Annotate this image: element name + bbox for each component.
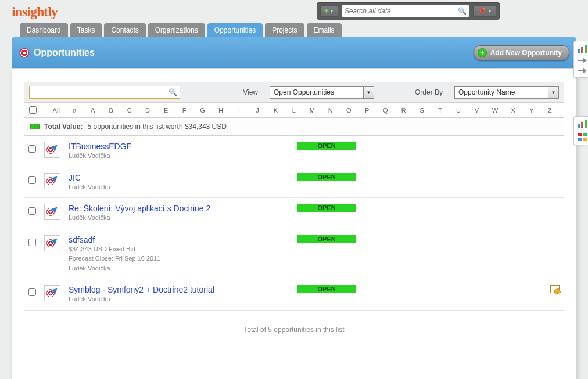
alpha-O[interactable]: O	[340, 107, 358, 114]
view-select[interactable]: Open Opportunities ▼	[270, 86, 374, 99]
row-checkbox[interactable]	[28, 288, 36, 296]
list-search-input[interactable]	[32, 88, 168, 96]
alpha-Q[interactable]: Q	[376, 107, 394, 114]
status-cell: OPEN	[297, 142, 356, 150]
main-panel: 🔍 View Open Opportunities ▼ Order By Opp…	[12, 68, 576, 379]
opportunity-title[interactable]: Re: Školení: Vývoj aplikací s Doctrine 2	[69, 204, 289, 213]
row-main: sdfsadf$34,343 USD Fixed BidForecast Clo…	[69, 235, 289, 273]
search-icon[interactable]: 🔍	[168, 88, 177, 96]
status-cell: OPEN	[297, 285, 356, 293]
opportunity-title[interactable]: JIC	[69, 173, 289, 182]
list-footer: Total of 5 opportunities in this list	[24, 311, 564, 349]
opportunity-meta: $34,343 USD Fixed Bid	[69, 244, 289, 254]
opportunity-owner: Luděk Vodička	[69, 213, 289, 223]
table-row: ITBusinessEDGELuděk VodičkaOPEN	[24, 136, 564, 167]
pin-dropdown[interactable]: 📌 ▼	[473, 5, 496, 17]
table-row: Re: Školení: Vývoj aplikací s Doctrine 2…	[24, 198, 564, 229]
status-badge: OPEN	[297, 285, 356, 293]
opportunity-title[interactable]: ITBusinessEDGE	[69, 142, 289, 151]
chevron-down-icon: ▼	[548, 87, 558, 98]
status-badge: OPEN	[297, 235, 356, 243]
opportunity-owner: Luděk Vodička	[69, 151, 289, 161]
add-new-opportunity-button[interactable]: + Add New Opportunity	[474, 45, 569, 60]
opportunity-title[interactable]: Symblog - Symfony2 + Doctrine2 tutorial	[69, 285, 289, 294]
opportunity-title[interactable]: sdfsadf	[69, 235, 289, 244]
opportunity-owner: Luděk Vodička	[69, 264, 289, 273]
alpha-U[interactable]: U	[449, 107, 467, 114]
table-row: sdfsadf$34,343 USD Fixed BidForecast Clo…	[24, 229, 564, 280]
alpha-W[interactable]: W	[486, 107, 504, 114]
view-label: View	[243, 88, 258, 96]
chevron-down-icon: ▼	[487, 9, 492, 14]
tab-dashboard[interactable]: Dashboard	[20, 23, 68, 37]
alpha-D[interactable]: D	[138, 107, 156, 114]
alpha-N[interactable]: N	[321, 107, 339, 114]
alpha-S[interactable]: S	[413, 107, 431, 114]
alpha-X[interactable]: X	[504, 107, 522, 114]
status-cell: OPEN	[297, 235, 356, 243]
tab-organizations[interactable]: Organizations	[148, 23, 205, 37]
global-search-input[interactable]	[345, 7, 458, 15]
table-row: Symblog - Symfony2 + Doctrine2 tutorialL…	[24, 279, 564, 311]
pin-icon: 📌	[477, 7, 486, 15]
chevron-down-icon: ▼	[363, 87, 374, 98]
status-badge: OPEN	[297, 173, 356, 181]
alpha-H[interactable]: H	[211, 107, 230, 114]
plus-icon: +	[324, 7, 328, 15]
page-title: Opportunities	[34, 48, 95, 58]
row-checkbox[interactable]	[28, 145, 36, 153]
note-icon[interactable]	[550, 285, 560, 293]
alpha-C[interactable]: C	[120, 107, 138, 114]
opportunity-icon	[44, 173, 60, 189]
alpha-V[interactable]: V	[468, 107, 486, 114]
alpha-All[interactable]: All	[47, 107, 65, 114]
row-checkbox[interactable]	[28, 207, 36, 215]
tab-contacts[interactable]: Contacts	[104, 23, 145, 37]
view-select-value: Open Opportunities	[270, 88, 363, 96]
side-widget-1[interactable]	[573, 41, 588, 78]
alpha-R[interactable]: R	[395, 107, 413, 114]
bars-icon	[578, 120, 587, 128]
filter-bar: 🔍 View Open Opportunities ▼ Order By Opp…	[24, 82, 564, 103]
tab-opportunities[interactable]: Opportunities	[207, 23, 263, 37]
arrow-icon	[578, 57, 587, 63]
alpha-L[interactable]: L	[285, 107, 303, 114]
grid-icon	[578, 133, 587, 141]
tab-tasks[interactable]: Tasks	[70, 23, 102, 37]
row-main: Re: Školení: Vývoj aplikací s Doctrine 2…	[69, 204, 289, 223]
alpha-I[interactable]: I	[230, 107, 248, 114]
alpha-G[interactable]: G	[193, 107, 211, 114]
arrow-icon	[578, 68, 587, 74]
alpha-#[interactable]: #	[65, 107, 83, 114]
row-checkbox[interactable]	[28, 239, 36, 246]
status-badge: OPEN	[297, 204, 356, 212]
alpha-F[interactable]: F	[175, 107, 193, 114]
row-checkbox[interactable]	[28, 176, 36, 184]
tab-projects[interactable]: Projects	[265, 23, 304, 37]
page-header: Opportunities + Add New Opportunity	[12, 37, 576, 68]
alpha-A[interactable]: A	[84, 107, 102, 114]
alpha-B[interactable]: B	[102, 107, 120, 114]
status-cell: OPEN	[297, 173, 356, 181]
orderby-label: Order By	[415, 88, 443, 96]
alpha-T[interactable]: T	[431, 107, 449, 114]
list-search[interactable]: 🔍	[29, 86, 180, 99]
search-icon[interactable]: 🔍	[458, 7, 467, 15]
alpha-Z[interactable]: Z	[541, 107, 559, 114]
orderby-select[interactable]: Opportunity Name ▼	[454, 86, 559, 99]
tab-emails[interactable]: Emails	[307, 23, 342, 37]
alpha-E[interactable]: E	[157, 107, 175, 114]
alpha-P[interactable]: P	[358, 107, 376, 114]
alpha-J[interactable]: J	[248, 107, 266, 114]
select-all-checkbox[interactable]	[29, 106, 37, 114]
chevron-down-icon: ▼	[329, 9, 334, 14]
side-widget-2[interactable]	[573, 116, 588, 145]
alpha-Y[interactable]: Y	[522, 107, 540, 114]
alpha-M[interactable]: M	[303, 107, 321, 114]
topbar-tools: + ▼ 🔍 📌 ▼	[317, 2, 500, 20]
quick-add-dropdown[interactable]: + ▼	[320, 5, 338, 17]
status-cell: OPEN	[297, 204, 356, 212]
logo[interactable]: insightly	[12, 4, 58, 20]
global-search[interactable]: 🔍	[342, 5, 469, 17]
alpha-K[interactable]: K	[267, 107, 285, 114]
